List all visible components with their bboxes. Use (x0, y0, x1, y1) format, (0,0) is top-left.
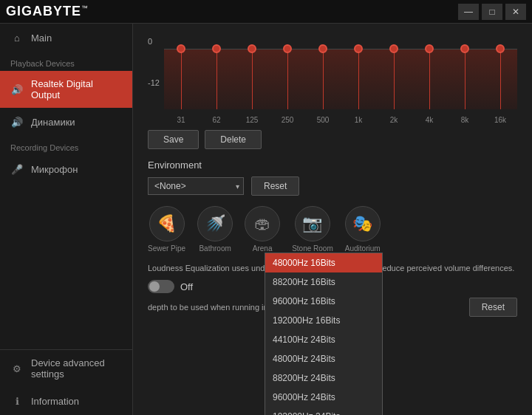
dropdown-item-96000-24[interactable]: 96000Hz 24Bits (265, 388, 382, 407)
window-controls: — □ ✕ (458, 4, 526, 20)
eq-knob-250[interactable] (283, 44, 292, 53)
dropdown-item-44100-24[interactable]: 44100Hz 24Bits (265, 330, 382, 349)
environment-reset-button[interactable]: Reset (251, 176, 299, 196)
eq-bands (164, 35, 517, 109)
eq-band-2k[interactable] (377, 35, 411, 109)
sidebar-item-main[interactable]: ⌂ Main (0, 24, 132, 52)
sidebar-item-information[interactable]: ℹ Information (0, 387, 132, 415)
main-layout: ⌂ Main Playback Devices 🔊 Realtek Digita… (0, 24, 532, 415)
eq-band-31[interactable] (164, 35, 198, 109)
eq-knob-2k[interactable] (389, 44, 398, 53)
eq-knob-62[interactable] (212, 44, 221, 53)
eq-band-125[interactable] (235, 35, 269, 109)
equalizer: 0 -12 31 62 125 250 500 (148, 35, 517, 124)
home-icon: ⌂ (10, 31, 24, 44)
environment-icons: 🍕 Sewer Pipe 🚿 Bathroom 🏟 Arena 📷 Stone … (148, 206, 517, 253)
auditorium-label: Auditorium (345, 244, 381, 253)
environment-row: <None> Sewer Pipe Bathroom Arena Stone R… (148, 176, 517, 196)
environment-select[interactable]: <None> Sewer Pipe Bathroom Arena Stone R… (148, 177, 244, 195)
freq-label-16k: 16k (483, 116, 517, 124)
sewer-pipe-label: Sewer Pipe (148, 244, 185, 253)
loudness-toggle[interactable] (148, 280, 174, 293)
freq-label-31: 31 (164, 116, 198, 124)
eq-knob-8k[interactable] (460, 44, 469, 53)
eq-band-500[interactable] (306, 35, 340, 109)
close-button[interactable]: ✕ (505, 4, 526, 20)
minimize-button[interactable]: — (458, 4, 479, 20)
delete-button[interactable]: Delete (205, 130, 262, 149)
dropdown-item-48000-16[interactable]: 48000Hz 16Bits (265, 253, 382, 272)
sidebar: ⌂ Main Playback Devices 🔊 Realtek Digita… (0, 24, 133, 415)
sample-rate-dropdown: 48000Hz 16Bits 88200Hz 16Bits 96000Hz 16… (265, 253, 383, 415)
sewer-pipe-icon: 🍕 (149, 206, 185, 241)
gear-icon: ⚙ (10, 362, 24, 375)
dropdown-item-192000-24[interactable]: 192000Hz 24Bits (265, 407, 382, 415)
sidebar-bottom: ⚙ Device advanced settings ℹ Information (0, 349, 132, 415)
content-area: 0 -12 31 62 125 250 500 (133, 24, 532, 415)
eq-knob-31[interactable] (177, 44, 185, 53)
environment-select-wrap: <None> Sewer Pipe Bathroom Arena Stone R… (148, 177, 244, 195)
eq-knob-1k[interactable] (354, 44, 363, 53)
info-icon: ℹ (10, 394, 24, 408)
save-button[interactable]: Save (148, 130, 199, 149)
eq-band-62[interactable] (200, 35, 233, 109)
eq-label-neg12: -12 (148, 78, 160, 87)
eq-band-8k[interactable] (448, 35, 482, 109)
speaker-icon: 🔊 (10, 115, 24, 128)
eq-band-1k[interactable] (341, 35, 375, 109)
speaker-active-icon: 🔊 (10, 83, 24, 96)
eq-knob-125[interactable] (248, 44, 256, 53)
freq-label-62: 62 (200, 116, 233, 124)
playback-category: Playback Devices (0, 52, 132, 71)
dropdown-item-96000-16[interactable]: 96000Hz 16Bits (265, 292, 382, 311)
freq-label-2k: 2k (377, 116, 411, 124)
env-icon-stone-room[interactable]: 📷 Stone Room (292, 206, 333, 253)
sidebar-item-realtek[interactable]: 🔊 Realtek Digital Output (0, 71, 132, 108)
dropdown-item-88200-24[interactable]: 88200Hz 24Bits (265, 368, 382, 388)
dropdown-item-88200-16[interactable]: 88200Hz 16Bits (265, 272, 382, 292)
eq-freq-labels: 31 62 125 250 500 1k 2k 4k 8k 16k (164, 116, 517, 124)
eq-label-0: 0 (148, 37, 152, 46)
freq-label-8k: 8k (448, 116, 482, 124)
title-bar: GIGABYTE™ — □ ✕ (0, 0, 532, 24)
app-logo: GIGABYTE™ (6, 4, 89, 19)
freq-label-125: 125 (235, 116, 269, 124)
arena-icon: 🏟 (245, 206, 280, 241)
freq-label-250: 250 (270, 116, 304, 124)
eq-band-250[interactable] (270, 35, 304, 109)
dropdown-item-192000-16[interactable]: 192000Hz 16Bits (265, 311, 382, 330)
dropdown-item-48000-24[interactable]: 48000Hz 24Bits (265, 349, 382, 368)
sidebar-item-device-advanced[interactable]: ⚙ Device advanced settings (0, 350, 132, 387)
stone-room-icon: 📷 (295, 206, 330, 241)
eq-band-4k[interactable] (412, 35, 446, 109)
mic-icon: 🎤 (10, 162, 24, 176)
freq-label-500: 500 (306, 116, 340, 124)
sidebar-item-mic[interactable]: 🎤 Микрофон (0, 155, 132, 183)
env-icon-auditorium[interactable]: 🎭 Auditorium (345, 206, 381, 253)
maximize-button[interactable]: □ (482, 4, 502, 20)
eq-band-16k[interactable] (483, 35, 517, 109)
eq-knob-500[interactable] (318, 44, 327, 53)
stone-room-label: Stone Room (292, 244, 333, 253)
eq-knob-4k[interactable] (425, 44, 434, 53)
format-reset-button[interactable]: Reset (469, 298, 517, 317)
recording-category: Recording Devices (0, 136, 132, 155)
toggle-knob (149, 281, 160, 292)
env-icon-bathroom[interactable]: 🚿 Bathroom (197, 206, 233, 253)
eq-button-row: Save Delete (148, 130, 517, 149)
bathroom-icon: 🚿 (197, 206, 233, 241)
env-icon-arena[interactable]: 🏟 Arena (245, 206, 280, 253)
eq-knob-16k[interactable] (496, 44, 505, 53)
auditorium-icon: 🎭 (345, 206, 381, 241)
env-icon-sewer-pipe[interactable]: 🍕 Sewer Pipe (148, 206, 185, 253)
freq-label-4k: 4k (412, 116, 446, 124)
sidebar-item-dynamics[interactable]: 🔊 Динамики (0, 108, 132, 136)
arena-label: Arena (253, 244, 273, 253)
environment-label: Environment (148, 160, 517, 171)
loudness-toggle-label: Off (180, 281, 193, 292)
bathroom-label: Bathroom (199, 244, 231, 253)
freq-label-1k: 1k (341, 116, 375, 124)
